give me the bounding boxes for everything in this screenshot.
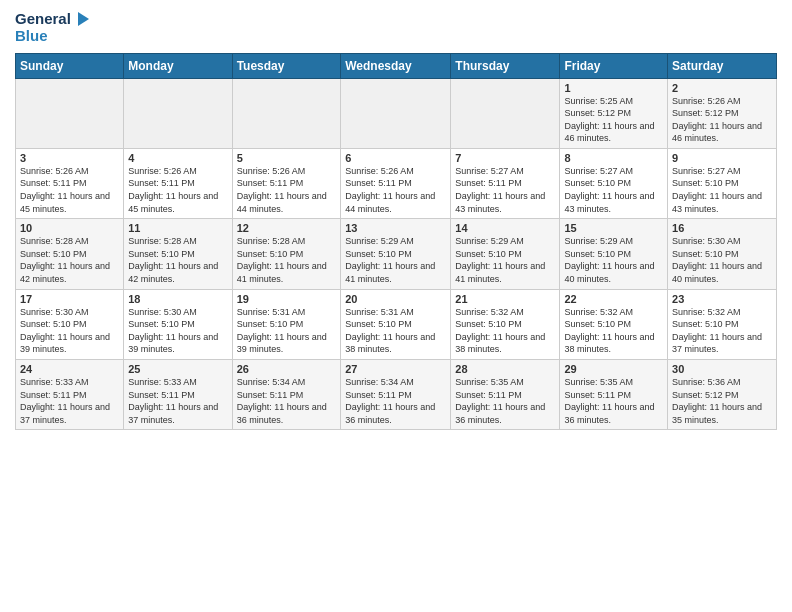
day-cell: 11Sunrise: 5:28 AM Sunset: 5:10 PM Dayli… <box>124 219 232 289</box>
logo-arrow-icon <box>73 10 91 28</box>
day-cell: 30Sunrise: 5:36 AM Sunset: 5:12 PM Dayli… <box>668 360 777 430</box>
day-info: Sunrise: 5:33 AM Sunset: 5:11 PM Dayligh… <box>20 376 119 426</box>
weekday-header-tuesday: Tuesday <box>232 53 341 78</box>
day-cell: 3Sunrise: 5:26 AM Sunset: 5:11 PM Daylig… <box>16 148 124 218</box>
day-number: 12 <box>237 222 337 234</box>
logo-general: General <box>15 11 71 28</box>
day-cell: 26Sunrise: 5:34 AM Sunset: 5:11 PM Dayli… <box>232 360 341 430</box>
day-cell: 7Sunrise: 5:27 AM Sunset: 5:11 PM Daylig… <box>451 148 560 218</box>
day-info: Sunrise: 5:32 AM Sunset: 5:10 PM Dayligh… <box>455 306 555 356</box>
day-number: 9 <box>672 152 772 164</box>
logo-wordmark: General Blue <box>15 10 91 45</box>
day-number: 22 <box>564 293 663 305</box>
week-row-1: 3Sunrise: 5:26 AM Sunset: 5:11 PM Daylig… <box>16 148 777 218</box>
day-cell: 24Sunrise: 5:33 AM Sunset: 5:11 PM Dayli… <box>16 360 124 430</box>
weekday-header-monday: Monday <box>124 53 232 78</box>
day-info: Sunrise: 5:30 AM Sunset: 5:10 PM Dayligh… <box>672 235 772 285</box>
day-cell: 16Sunrise: 5:30 AM Sunset: 5:10 PM Dayli… <box>668 219 777 289</box>
day-cell: 17Sunrise: 5:30 AM Sunset: 5:10 PM Dayli… <box>16 289 124 359</box>
day-cell: 9Sunrise: 5:27 AM Sunset: 5:10 PM Daylig… <box>668 148 777 218</box>
day-info: Sunrise: 5:26 AM Sunset: 5:11 PM Dayligh… <box>128 165 227 215</box>
day-info: Sunrise: 5:27 AM Sunset: 5:10 PM Dayligh… <box>564 165 663 215</box>
weekday-header-wednesday: Wednesday <box>341 53 451 78</box>
day-cell: 22Sunrise: 5:32 AM Sunset: 5:10 PM Dayli… <box>560 289 668 359</box>
day-info: Sunrise: 5:29 AM Sunset: 5:10 PM Dayligh… <box>564 235 663 285</box>
day-number: 30 <box>672 363 772 375</box>
day-info: Sunrise: 5:27 AM Sunset: 5:11 PM Dayligh… <box>455 165 555 215</box>
day-cell: 28Sunrise: 5:35 AM Sunset: 5:11 PM Dayli… <box>451 360 560 430</box>
day-number: 4 <box>128 152 227 164</box>
logo-blue: Blue <box>15 28 91 45</box>
day-cell: 29Sunrise: 5:35 AM Sunset: 5:11 PM Dayli… <box>560 360 668 430</box>
day-number: 2 <box>672 82 772 94</box>
day-info: Sunrise: 5:26 AM Sunset: 5:11 PM Dayligh… <box>237 165 337 215</box>
day-cell: 5Sunrise: 5:26 AM Sunset: 5:11 PM Daylig… <box>232 148 341 218</box>
day-cell <box>451 78 560 148</box>
day-number: 14 <box>455 222 555 234</box>
day-number: 13 <box>345 222 446 234</box>
day-number: 1 <box>564 82 663 94</box>
logo: General Blue <box>15 10 91 45</box>
week-row-2: 10Sunrise: 5:28 AM Sunset: 5:10 PM Dayli… <box>16 219 777 289</box>
header: General Blue <box>15 10 777 45</box>
day-cell: 25Sunrise: 5:33 AM Sunset: 5:11 PM Dayli… <box>124 360 232 430</box>
day-info: Sunrise: 5:28 AM Sunset: 5:10 PM Dayligh… <box>20 235 119 285</box>
day-cell: 10Sunrise: 5:28 AM Sunset: 5:10 PM Dayli… <box>16 219 124 289</box>
day-number: 20 <box>345 293 446 305</box>
day-number: 26 <box>237 363 337 375</box>
day-number: 21 <box>455 293 555 305</box>
day-info: Sunrise: 5:34 AM Sunset: 5:11 PM Dayligh… <box>345 376 446 426</box>
day-cell <box>124 78 232 148</box>
day-info: Sunrise: 5:26 AM Sunset: 5:12 PM Dayligh… <box>672 95 772 145</box>
page: General Blue SundayMondayTuesdayWednesda… <box>0 0 792 612</box>
day-number: 28 <box>455 363 555 375</box>
day-number: 19 <box>237 293 337 305</box>
day-cell: 8Sunrise: 5:27 AM Sunset: 5:10 PM Daylig… <box>560 148 668 218</box>
day-cell: 21Sunrise: 5:32 AM Sunset: 5:10 PM Dayli… <box>451 289 560 359</box>
day-info: Sunrise: 5:28 AM Sunset: 5:10 PM Dayligh… <box>128 235 227 285</box>
day-number: 23 <box>672 293 772 305</box>
day-cell: 6Sunrise: 5:26 AM Sunset: 5:11 PM Daylig… <box>341 148 451 218</box>
day-cell: 19Sunrise: 5:31 AM Sunset: 5:10 PM Dayli… <box>232 289 341 359</box>
day-info: Sunrise: 5:31 AM Sunset: 5:10 PM Dayligh… <box>237 306 337 356</box>
day-cell: 18Sunrise: 5:30 AM Sunset: 5:10 PM Dayli… <box>124 289 232 359</box>
day-info: Sunrise: 5:34 AM Sunset: 5:11 PM Dayligh… <box>237 376 337 426</box>
day-number: 25 <box>128 363 227 375</box>
day-number: 7 <box>455 152 555 164</box>
calendar: SundayMondayTuesdayWednesdayThursdayFrid… <box>15 53 777 431</box>
day-info: Sunrise: 5:29 AM Sunset: 5:10 PM Dayligh… <box>455 235 555 285</box>
day-number: 18 <box>128 293 227 305</box>
day-info: Sunrise: 5:30 AM Sunset: 5:10 PM Dayligh… <box>128 306 227 356</box>
svg-marker-0 <box>78 12 89 26</box>
day-number: 10 <box>20 222 119 234</box>
day-number: 24 <box>20 363 119 375</box>
day-info: Sunrise: 5:28 AM Sunset: 5:10 PM Dayligh… <box>237 235 337 285</box>
day-cell: 27Sunrise: 5:34 AM Sunset: 5:11 PM Dayli… <box>341 360 451 430</box>
day-number: 3 <box>20 152 119 164</box>
day-info: Sunrise: 5:25 AM Sunset: 5:12 PM Dayligh… <box>564 95 663 145</box>
day-number: 29 <box>564 363 663 375</box>
day-cell: 14Sunrise: 5:29 AM Sunset: 5:10 PM Dayli… <box>451 219 560 289</box>
week-row-3: 17Sunrise: 5:30 AM Sunset: 5:10 PM Dayli… <box>16 289 777 359</box>
day-info: Sunrise: 5:27 AM Sunset: 5:10 PM Dayligh… <box>672 165 772 215</box>
day-cell: 20Sunrise: 5:31 AM Sunset: 5:10 PM Dayli… <box>341 289 451 359</box>
day-number: 15 <box>564 222 663 234</box>
day-info: Sunrise: 5:29 AM Sunset: 5:10 PM Dayligh… <box>345 235 446 285</box>
day-cell: 23Sunrise: 5:32 AM Sunset: 5:10 PM Dayli… <box>668 289 777 359</box>
day-number: 16 <box>672 222 772 234</box>
day-info: Sunrise: 5:33 AM Sunset: 5:11 PM Dayligh… <box>128 376 227 426</box>
day-cell: 12Sunrise: 5:28 AM Sunset: 5:10 PM Dayli… <box>232 219 341 289</box>
day-cell: 13Sunrise: 5:29 AM Sunset: 5:10 PM Dayli… <box>341 219 451 289</box>
day-number: 27 <box>345 363 446 375</box>
day-info: Sunrise: 5:35 AM Sunset: 5:11 PM Dayligh… <box>564 376 663 426</box>
weekday-header-thursday: Thursday <box>451 53 560 78</box>
day-info: Sunrise: 5:32 AM Sunset: 5:10 PM Dayligh… <box>564 306 663 356</box>
day-number: 17 <box>20 293 119 305</box>
day-info: Sunrise: 5:36 AM Sunset: 5:12 PM Dayligh… <box>672 376 772 426</box>
week-row-4: 24Sunrise: 5:33 AM Sunset: 5:11 PM Dayli… <box>16 360 777 430</box>
day-number: 8 <box>564 152 663 164</box>
day-cell <box>232 78 341 148</box>
day-cell: 4Sunrise: 5:26 AM Sunset: 5:11 PM Daylig… <box>124 148 232 218</box>
weekday-header-sunday: Sunday <box>16 53 124 78</box>
day-cell: 2Sunrise: 5:26 AM Sunset: 5:12 PM Daylig… <box>668 78 777 148</box>
